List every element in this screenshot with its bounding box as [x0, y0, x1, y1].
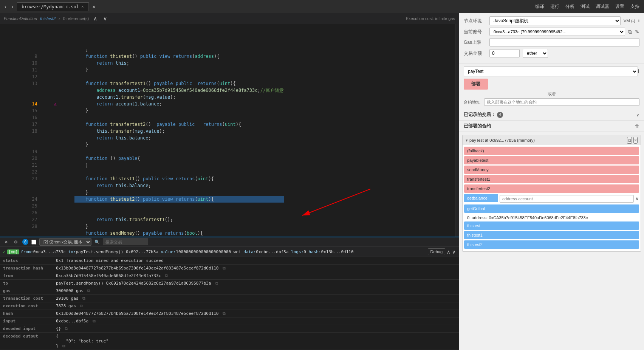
refs-label: 0 reference(s): [63, 16, 89, 21]
func-def-label: FunctionDefinition: [4, 16, 37, 21]
copy-account-button[interactable]: ⧉: [628, 29, 632, 35]
tx-filter-select[interactable]: [2] 仅remix交易, 腿本: [39, 238, 91, 246]
main-container: FunctionDefinition thistest2 › 0 referen…: [0, 13, 644, 350]
vm-label: VM (-): [624, 19, 635, 23]
tx-success-icon: ✓: [3, 249, 6, 254]
gas-limit-input[interactable]: 3000000: [489, 38, 639, 46]
account-select[interactable]: 0xca3...a733c (79.999999999995492…: [489, 28, 625, 36]
copy-input-button[interactable]: ⧉: [93, 319, 96, 324]
method-getgolbal-button[interactable]: getGolbal: [464, 204, 639, 213]
refs-up-button[interactable]: ∧: [92, 15, 99, 22]
contract-methods: (fallback) payabletest sendMoney transfe…: [463, 145, 641, 251]
menu-support[interactable]: 支持: [630, 3, 639, 10]
copy-tx-cost-button[interactable]: ⧉: [82, 296, 85, 301]
tx-count-badge: 0: [22, 239, 28, 245]
debug-button[interactable]: Debug: [428, 248, 445, 255]
table-row: execution cost 7828 gas ⧉: [0, 302, 459, 310]
contract-info-button[interactable]: i: [638, 68, 639, 74]
menu-run[interactable]: 运行: [550, 3, 559, 10]
contract-dropdown[interactable]: payTest: [464, 67, 638, 76]
copy-contract-addr-button[interactable]: ⧉: [627, 137, 632, 144]
table-row: status 0x1 Transaction mined and executi…: [0, 257, 459, 265]
deployed-contracts-title: 已部署的合约: [464, 123, 491, 129]
nav-right: 编译 运行 分析 测试 调试器 设置 支持: [535, 3, 644, 10]
vertical-scrollbar[interactable]: [455, 24, 459, 237]
env-info-button[interactable]: i: [638, 18, 639, 23]
table-row: decoded output { "0": "bool: true"} ⧉: [0, 333, 459, 350]
contract-instance-header[interactable]: ▾ payTest at 0x692...77b3a (memory) ⧉ ×: [463, 135, 641, 145]
menu-analyze[interactable]: 分析: [565, 3, 574, 10]
method-thistest2-button[interactable]: thistest2: [464, 240, 639, 249]
more-button[interactable]: »: [91, 3, 97, 10]
code-text[interactable]: ; function thistest() public view return…: [71, 39, 287, 237]
file-tab[interactable]: browser/Mydynamic.sol ×: [17, 2, 88, 11]
filter-checkbox[interactable]: [31, 240, 36, 245]
copy-from-button[interactable]: ⧉: [165, 273, 168, 278]
table-row: transaction cost 29100 gas ⧉: [0, 295, 459, 302]
method-payabletest-button[interactable]: payabletest: [464, 156, 639, 164]
tx-value-label: 交易金额: [464, 50, 486, 57]
tx-value-unit-select[interactable]: wei gwei finney ether: [523, 49, 548, 58]
method-transfertest1-button[interactable]: transfertest1: [464, 175, 639, 183]
table-row: hash 0x13b0d8e04487727b8277b4b69ba7308fe…: [0, 310, 459, 317]
nav-left: ‹ › browser/Mydynamic.sol × »: [0, 2, 100, 11]
deployed-contracts-header: 已部署的合约 🗑: [459, 121, 644, 132]
copy-exec-cost-button[interactable]: ⧉: [80, 304, 83, 308]
tx-history-count-badge: 4: [497, 112, 503, 118]
method-fallback-button[interactable]: (fallback): [464, 147, 639, 155]
at-address-input[interactable]: [484, 98, 639, 106]
gas-limit-row: Gas上限 3000000: [464, 38, 639, 46]
contract-instance-label: payTest at 0x692...77b3a (memory): [469, 138, 625, 142]
table-row: from 0xca35b7d915458ef540ade6068dfe2f44e…: [0, 272, 459, 280]
line-numbers: 910111213 1415161718 1920212223 24252627…: [3, 39, 39, 237]
method-getbalance-button[interactable]: getbalance: [464, 194, 498, 202]
console-settings-button[interactable]: ⚙: [12, 239, 19, 245]
tx-expand-down-button[interactable]: ∨: [452, 249, 456, 255]
copy-gas-button[interactable]: ⧉: [87, 288, 90, 293]
getbalance-expand-button[interactable]: ∨: [635, 196, 639, 201]
edit-account-button[interactable]: ✎: [635, 29, 639, 35]
method-thistest-button[interactable]: thistest: [464, 221, 639, 230]
method-thistest1-button[interactable]: thistest1: [464, 231, 639, 239]
gas-limit-label: Gas上限: [464, 39, 486, 46]
table-row: decoded input {} ⧉: [0, 325, 459, 333]
copy-hash-button[interactable]: ⧉: [223, 311, 226, 316]
method-sendmoney-button[interactable]: sendMoney: [464, 166, 639, 174]
code-editor[interactable]: 910111213 1415161718 1920212223 24252627…: [0, 24, 455, 237]
method-transfertest2-button[interactable]: transfertest2: [464, 184, 639, 193]
at-address-row: 合约地址: [464, 98, 639, 106]
close-tab-button[interactable]: ×: [81, 4, 84, 9]
editor-header: FunctionDefinition thistest2 › 0 referen…: [0, 13, 459, 24]
copy-decoded-output-button[interactable]: ⧉: [62, 344, 65, 348]
back-button[interactable]: ‹: [3, 3, 8, 10]
func-arrow: ›: [59, 16, 60, 21]
node-env-select[interactable]: JavaScript虚拟机: [489, 16, 621, 25]
clear-console-button[interactable]: ✕: [3, 239, 9, 245]
tx-expand-up-button[interactable]: ∧: [447, 249, 450, 255]
node-env-label: 节点环境: [464, 18, 486, 24]
getbalance-input[interactable]: [500, 195, 634, 203]
menu-debugger[interactable]: 调试器: [596, 3, 609, 10]
deploy-button[interactable]: 部署: [464, 79, 488, 90]
warning-gutter: ⚠ ⚠: [39, 39, 72, 237]
menu-settings[interactable]: 设置: [615, 3, 624, 10]
instance-arrow-icon: ▾: [466, 138, 468, 143]
refs-down-button[interactable]: ∨: [102, 15, 108, 22]
trash-icon[interactable]: 🗑: [635, 124, 639, 129]
tx-value-input[interactable]: [489, 49, 520, 57]
forward-button[interactable]: ›: [10, 3, 15, 10]
close-contract-button[interactable]: ×: [633, 137, 638, 144]
menu-compile[interactable]: 编译: [535, 3, 544, 10]
copy-decoded-input-button[interactable]: ⧉: [65, 326, 68, 331]
contract-select-row: payTest i: [464, 67, 639, 76]
getbalance-row: getbalance ∨: [464, 194, 639, 203]
output-label: 0: address: 0xCA35b7d915458EF540aDe6068d…: [467, 215, 588, 220]
search-input[interactable]: [103, 238, 148, 245]
menu-test[interactable]: 测试: [581, 3, 590, 10]
tx-log-text: from:0xca3...a733c to:payTest.sendMoney(…: [21, 249, 354, 254]
tx-history-header[interactable]: 已记录的交易： 4 ∨: [459, 109, 644, 121]
copy-to-button[interactable]: ⧉: [215, 281, 218, 286]
tx-vm-tag: [vm]: [7, 249, 19, 254]
bottom-toolbar: ✕ ⚙ 0 [2] 仅remix交易, 腿本 🔍: [0, 237, 459, 247]
copy-tx-hash-button[interactable]: ⧉: [223, 266, 226, 271]
